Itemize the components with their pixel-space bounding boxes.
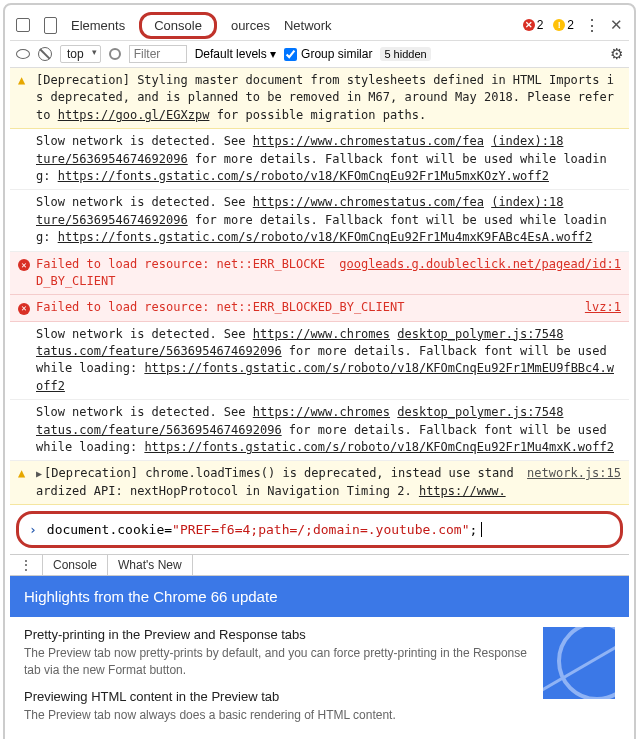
log-link[interactable]: https://www. <box>419 484 506 498</box>
log-link[interactable]: tatus.com/feature/5636954674692096 <box>36 423 282 437</box>
tab-sources[interactable]: ources <box>231 18 270 33</box>
context-selector[interactable]: top <box>60 45 101 63</box>
update-title-1: Pretty-printing in the Preview and Respo… <box>24 627 529 642</box>
log-link[interactable]: ture/5636954674692096 <box>36 213 188 227</box>
log-message: [Deprecation] Styling master document fr… <box>36 72 621 124</box>
log-entry[interactable]: Slow network is detected. See https://ww… <box>10 129 629 190</box>
log-link[interactable]: tatus.com/feature/5636954674692096 <box>36 344 282 358</box>
expand-icon[interactable]: ▶ <box>36 468 42 479</box>
log-link[interactable]: desktop_polymer.js:7548 <box>397 405 563 419</box>
error-count[interactable]: ✕2 <box>523 18 544 32</box>
log-link[interactable]: https://fonts.gstatic.com/s/roboto/v18/K… <box>58 169 549 183</box>
drawer-tab-whatsnew[interactable]: What's New <box>108 555 193 575</box>
console-input[interactable]: › document.cookie="PREF=f6=4;path=/;doma… <box>16 511 623 548</box>
log-link[interactable]: https://www.chromes <box>253 327 390 341</box>
log-entry[interactable]: Slow network is detected. See https://ww… <box>10 190 629 251</box>
update-title-2: Previewing HTML content in the Preview t… <box>24 689 529 704</box>
log-message: Slow network is detected. See https://ww… <box>36 133 621 185</box>
prompt-chevron-icon: › <box>29 522 37 537</box>
updates-panel: Pretty-printing in the Preview and Respo… <box>10 617 629 739</box>
log-link[interactable]: https://goo.gl/EGXzpw <box>58 108 210 122</box>
log-link[interactable]: (index):18 <box>491 195 563 209</box>
log-entry[interactable]: Slow network is detected. See https://ww… <box>10 322 629 401</box>
devtools-main-tabs: Elements Console ources Network ✕2 !2 ⋮ … <box>10 10 629 40</box>
tab-elements[interactable]: Elements <box>71 18 125 33</box>
log-source-link[interactable]: googleads.g.doubleclick.net/pagead/id:1 <box>339 256 621 291</box>
log-message: Slow network is detected. See https://ww… <box>36 404 621 456</box>
hidden-count-badge[interactable]: 5 hidden <box>380 47 430 61</box>
log-entry[interactable]: ▲▶[Deprecation] chrome.loadTimes() is de… <box>10 461 629 505</box>
close-devtools-icon[interactable]: ✕ <box>610 16 623 34</box>
log-message: Failed to load resource: net::ERR_BLOCKE… <box>36 256 331 291</box>
log-entry[interactable]: ✕Failed to load resource: net::ERR_BLOCK… <box>10 252 629 296</box>
tab-console[interactable]: Console <box>139 12 217 39</box>
log-source-link[interactable]: network.js:15 <box>527 465 621 500</box>
log-link[interactable]: (index):18 <box>491 134 563 148</box>
log-link[interactable]: https://fonts.gstatic.com/s/roboto/v18/K… <box>144 440 614 454</box>
warning-icon: ▲ <box>18 466 25 480</box>
log-message: Slow network is detected. See https://ww… <box>36 326 621 396</box>
group-similar-checkbox[interactable]: Group similar <box>284 47 372 61</box>
log-link[interactable]: https://fonts.gstatic.com/s/roboto/v18/K… <box>36 361 614 392</box>
update-illustration <box>543 627 615 699</box>
update-body-1: The Preview tab now pretty-prints by def… <box>24 645 529 679</box>
console-input-text: document.cookie="PREF=f6=4;path=/;domain… <box>47 522 477 537</box>
update-body-2: The Preview tab now always does a basic … <box>24 707 529 724</box>
log-source-link[interactable]: lvz:1 <box>585 299 621 316</box>
inspect-icon[interactable] <box>16 18 30 32</box>
text-cursor <box>481 522 482 537</box>
live-expression-icon[interactable] <box>109 48 121 60</box>
log-link[interactable]: https://fonts.gstatic.com/s/roboto/v18/K… <box>58 230 593 244</box>
sidebar-toggle-icon[interactable] <box>16 49 30 59</box>
drawer-menu-icon[interactable]: ⋮ <box>10 555 43 575</box>
log-link[interactable]: desktop_polymer.js:7548 <box>397 327 563 341</box>
log-entry[interactable]: ✕Failed to load resource: net::ERR_BLOCK… <box>10 295 629 321</box>
error-icon: ✕ <box>18 303 30 315</box>
device-toggle-icon[interactable] <box>44 17 57 34</box>
log-link[interactable]: https://www.chromes <box>253 405 390 419</box>
log-link[interactable]: ture/5636954674692096 <box>36 152 188 166</box>
console-settings-icon[interactable]: ⚙ <box>610 45 623 63</box>
log-message: ▶[Deprecation] chrome.loadTimes() is dep… <box>36 465 519 500</box>
log-message: Slow network is detected. See https://ww… <box>36 194 621 246</box>
log-entry[interactable]: Slow network is detected. See https://ww… <box>10 400 629 461</box>
warning-icon: ▲ <box>18 73 25 87</box>
log-message: Failed to load resource: net::ERR_BLOCKE… <box>36 299 577 316</box>
error-icon: ✕ <box>18 259 30 271</box>
log-entry[interactable]: ▲[Deprecation] Styling master document f… <box>10 68 629 129</box>
drawer-tabs: ⋮ Console What's New <box>10 554 629 576</box>
warning-count[interactable]: !2 <box>553 18 574 32</box>
log-link[interactable]: https://www.chromestatus.com/fea <box>253 195 484 209</box>
log-levels-dropdown[interactable]: Default levels ▾ <box>195 47 276 61</box>
log-link[interactable]: https://www.chromestatus.com/fea <box>253 134 484 148</box>
tab-network[interactable]: Network <box>284 18 332 33</box>
clear-console-icon[interactable] <box>38 47 52 61</box>
filter-input[interactable] <box>129 45 187 63</box>
more-menu-icon[interactable]: ⋮ <box>584 16 600 35</box>
drawer-tab-console[interactable]: Console <box>43 555 108 575</box>
console-toolbar: top Default levels ▾ Group similar 5 hid… <box>10 40 629 68</box>
console-log-area: ▲[Deprecation] Styling master document f… <box>10 68 629 505</box>
update-banner: Highlights from the Chrome 66 update <box>10 576 629 617</box>
